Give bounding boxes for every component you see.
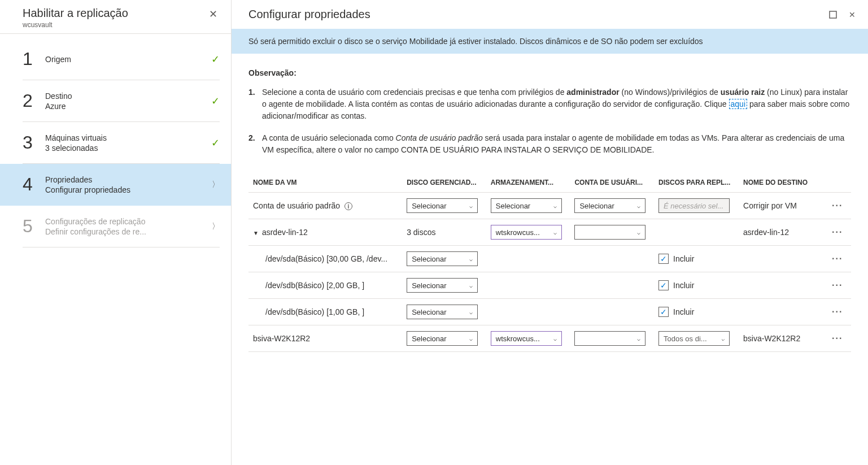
checkmark-icon: ✓: [211, 137, 220, 149]
row-menu-button[interactable]: ···: [832, 201, 843, 210]
col-dest-name: NOME DO DESTINO: [739, 173, 827, 193]
wizard-steps: 1 Origem ✓ 2 Destino Azure ✓ 3 Máquinas …: [0, 34, 231, 465]
step-maquinas[interactable]: 3 Máquinas virtuais 3 selecionadas ✓: [23, 122, 220, 164]
step-configuracoes: 5 Configurações de replicação Definir co…: [23, 206, 220, 247]
chevron-down-icon: ⌵: [553, 203, 557, 209]
chevron-down-icon: ⌵: [637, 229, 640, 236]
include-checkbox[interactable]: ✓Incluir: [658, 280, 694, 290]
row-menu-button[interactable]: ···: [832, 254, 843, 263]
step-label: Origem: [45, 55, 211, 64]
main-header: Configurar propriedades ✕: [232, 0, 868, 29]
col-disks-repl: DISCOS PARA REPL...: [654, 173, 739, 193]
step-sublabel: Configurar propriedades: [45, 185, 212, 194]
step-origem[interactable]: 1 Origem ✓: [23, 38, 220, 80]
storage-select[interactable]: Selecionar⌵: [491, 198, 562, 213]
managed-disk-select[interactable]: Selecionar⌵: [407, 305, 478, 319]
chevron-down-icon: ⌵: [553, 336, 557, 342]
list-number: 1.: [248, 86, 262, 122]
close-sidebar-button[interactable]: ✕: [207, 7, 220, 21]
step-number: 3: [23, 132, 45, 153]
observation-heading: Observação:: [248, 68, 851, 77]
chevron-down-icon: ⌵: [469, 336, 473, 342]
disk-count: 3 discos: [402, 219, 486, 246]
sidebar-title: Habilitar a replicação: [23, 7, 128, 20]
observation-item: 2. A conta de usuário selecionada como C…: [248, 132, 851, 156]
content-area: Observação: 1. Selecione a conta de usuá…: [232, 54, 868, 465]
sidebar-header: Habilitar a replicação wcusvault ✕: [0, 0, 231, 34]
table-row-default: Conta de usuário padrão i Selecionar⌵ Se…: [248, 193, 851, 219]
step-number: 4: [23, 174, 45, 195]
vm-properties-table: NOME DA VM DISCO GERENCIAD... ARMAZENAME…: [248, 173, 851, 352]
row-menu-button[interactable]: ···: [832, 333, 843, 343]
close-icon[interactable]: ✕: [848, 10, 857, 19]
managed-disk-select[interactable]: Selecionar⌵: [407, 278, 478, 293]
chevron-right-icon: 〉: [212, 221, 220, 232]
step-sublabel: Definir configurações de re...: [45, 227, 212, 236]
include-checkbox[interactable]: ✓Incluir: [658, 307, 694, 317]
storage-select[interactable]: wtskrowcus...⌵: [491, 225, 562, 240]
row-menu-button[interactable]: ···: [832, 280, 843, 290]
dest-name-cell: Corrigir por VM: [739, 193, 827, 219]
maximize-icon[interactable]: [828, 10, 838, 19]
collapse-icon[interactable]: ▼: [253, 230, 259, 236]
list-number: 2.: [248, 132, 262, 156]
observation-text: A conta de usuário selecionada como Cont…: [262, 132, 851, 156]
row-menu-button[interactable]: ···: [832, 227, 843, 237]
user-account-select[interactable]: ⌵: [574, 225, 645, 240]
col-storage: ARMAZENAMENT...: [486, 173, 570, 193]
managed-disk-select[interactable]: Selecionar⌵: [407, 331, 478, 346]
checkmark-icon: ✓: [211, 53, 220, 66]
table-row-disk: /dev/sda(Básico) [30,00 GB, /dev... Sele…: [248, 246, 851, 272]
step-label: Configurações de replicação: [45, 217, 212, 226]
managed-disk-select[interactable]: Selecionar⌵: [407, 251, 478, 266]
dest-name-cell: bsiva-W2K12R2: [739, 325, 827, 352]
row-menu-button[interactable]: ···: [832, 307, 843, 316]
include-checkbox[interactable]: ✓Incluir: [658, 254, 694, 264]
col-user-account: CONTA DE USUÁRI...: [570, 173, 654, 193]
observation-item: 1. Selecione a conta de usuário com cred…: [248, 86, 851, 122]
checkmark-icon: ✓: [211, 95, 220, 107]
step-number: 1: [23, 49, 45, 69]
svg-rect-0: [830, 11, 836, 18]
managed-disk-select[interactable]: Selecionar⌵: [407, 198, 478, 213]
step-propriedades[interactable]: 4 Propriedades Configurar propriedades 〉: [0, 164, 231, 206]
step-label: Propriedades: [45, 175, 212, 184]
step-label: Máquinas virtuais: [45, 133, 211, 142]
chevron-right-icon: 〉: [212, 180, 220, 190]
step-sublabel: Azure: [45, 102, 211, 111]
info-banner: Só será permitido excluir o disco se o s…: [232, 29, 868, 54]
col-managed-disk: DISCO GERENCIAD...: [402, 173, 486, 193]
storage-select[interactable]: wtskrowcus...⌵: [491, 331, 562, 346]
table-row-disk: /dev/sdb(Básico) [1,00 GB, ] Selecionar⌵…: [248, 299, 851, 325]
step-number: 2: [23, 90, 45, 111]
col-vm-name: NOME DA VM: [248, 173, 402, 193]
observation-text: Selecione a conta de usuário com credenc…: [262, 86, 851, 122]
user-account-select[interactable]: Selecionar⌵: [574, 198, 645, 213]
table-row-vm: bsiva-W2K12R2 Selecionar⌵ wtskrowcus...⌵…: [248, 325, 851, 352]
here-link[interactable]: aqui: [729, 99, 747, 109]
checkbox-icon: ✓: [658, 307, 669, 317]
step-destino[interactable]: 2 Destino Azure ✓: [23, 80, 220, 122]
checkbox-icon: ✓: [658, 280, 669, 290]
chevron-down-icon: ⌵: [469, 256, 473, 262]
disk-name: /dev/sda(Básico) [30,00 GB, /dev...: [248, 246, 402, 272]
step-label: Destino: [45, 92, 211, 101]
table-row-disk: /dev/sdb(Básico) [2,00 GB, ] Selecionar⌵…: [248, 272, 851, 299]
chevron-down-icon: ⌵: [637, 203, 640, 209]
dest-name-cell: asrdev-lin-12: [739, 219, 827, 246]
info-icon[interactable]: i: [344, 202, 352, 210]
vm-name: asrdev-lin-12: [262, 228, 308, 237]
chevron-down-icon: ⌵: [721, 336, 725, 342]
chevron-down-icon: ⌵: [469, 203, 473, 209]
disk-name: /dev/sdb(Básico) [1,00 GB, ]: [248, 299, 402, 325]
chevron-down-icon: ⌵: [469, 309, 473, 315]
sidebar-subtitle: wcusvault: [23, 21, 128, 29]
table-row-vm: ▼asrdev-lin-12 3 discos wtskrowcus...⌵ ⌵…: [248, 219, 851, 246]
default-account-label: Conta de usuário padrão: [253, 201, 340, 210]
user-account-select[interactable]: ⌵: [574, 331, 645, 346]
step-sublabel: 3 selecionadas: [45, 144, 211, 153]
chevron-down-icon: ⌵: [553, 229, 557, 236]
disk-name: /dev/sdb(Básico) [2,00 GB, ]: [248, 272, 402, 299]
repl-disks-select[interactable]: Todos os di...⌵: [658, 331, 730, 346]
page-title: Configurar propriedades: [248, 8, 370, 21]
